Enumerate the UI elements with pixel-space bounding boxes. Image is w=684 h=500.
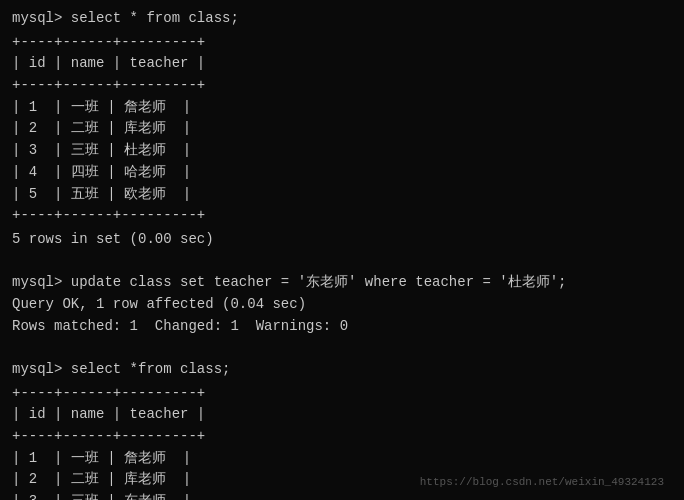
table1-row-5: | 5 | 五班 | 欧老师 |	[12, 184, 672, 206]
table1-header: | id | name | teacher |	[12, 53, 672, 75]
table2-row-1: | 1 | 一班 | 詹老师 |	[12, 448, 672, 470]
prompt-1: mysql> select * from class;	[12, 8, 672, 30]
table2-row-3: | 3 | 三班 | 东老师 |	[12, 491, 672, 500]
table1-row-2: | 2 | 二班 | 库老师 |	[12, 118, 672, 140]
table2-header: | id | name | teacher |	[12, 404, 672, 426]
table1-border-mid: +----+------+---------+	[12, 75, 672, 97]
table1-row-3: | 3 | 三班 | 杜老师 |	[12, 140, 672, 162]
table1-border-top: +----+------+---------+	[12, 32, 672, 54]
table1-row-1: | 1 | 一班 | 詹老师 |	[12, 97, 672, 119]
update-result-2: Rows matched: 1 Changed: 1 Warnings: 0	[12, 316, 672, 338]
update-result-1: Query OK, 1 row affected (0.04 sec)	[12, 294, 672, 316]
table2-border-top: +----+------+---------+	[12, 383, 672, 405]
table-1: +----+------+---------+ | id | name | te…	[12, 32, 672, 227]
result-1: 5 rows in set (0.00 sec)	[12, 229, 672, 251]
blank-2	[12, 337, 672, 359]
terminal-window: mysql> select * from class; +----+------…	[12, 8, 672, 492]
blank-1	[12, 251, 672, 273]
prompt-2: mysql> update class set teacher = '东老师' …	[12, 272, 672, 294]
table1-border-bottom: +----+------+---------+	[12, 205, 672, 227]
watermark: https://blog.csdn.net/weixin_49324123	[420, 476, 664, 488]
prompt-3: mysql> select *from class;	[12, 359, 672, 381]
table2-border-mid: +----+------+---------+	[12, 426, 672, 448]
table1-row-4: | 4 | 四班 | 哈老师 |	[12, 162, 672, 184]
